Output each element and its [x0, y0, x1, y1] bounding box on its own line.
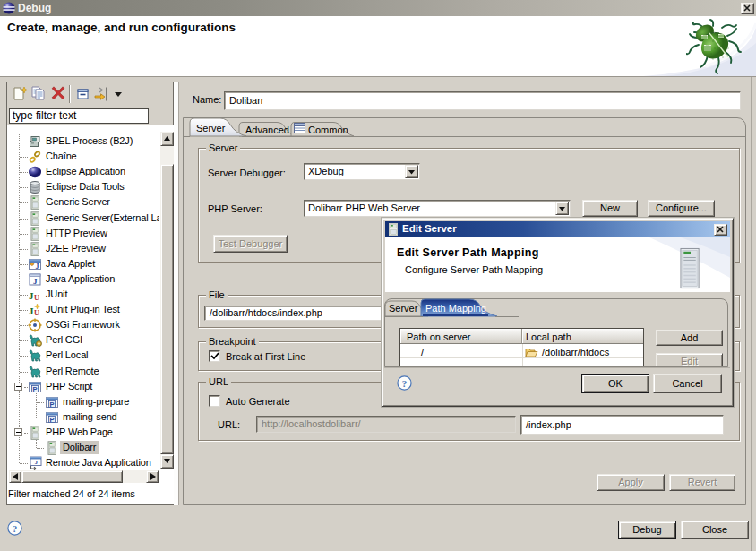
svg-text:?: ? — [13, 523, 18, 534]
svg-text:J: J — [36, 263, 39, 271]
svg-text:J: J — [33, 277, 38, 286]
svg-text:U: U — [34, 309, 39, 317]
svg-text:P: P — [50, 416, 55, 424]
svg-text:P: P — [50, 400, 55, 409]
svg-text:U: U — [34, 294, 39, 302]
svg-text:P: P — [33, 385, 38, 393]
svg-text:?: ? — [402, 378, 408, 389]
